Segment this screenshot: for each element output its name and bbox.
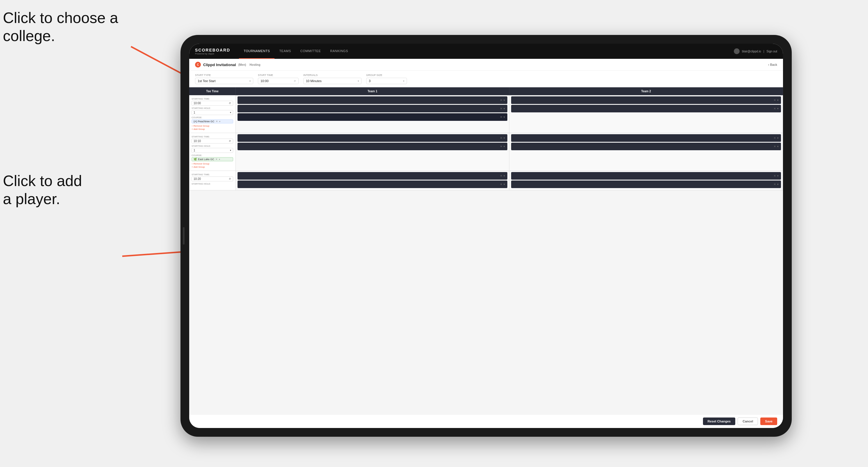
table-row: STARTING TIME: 10:10 ⏱ STARTING HOLE: 1 … [189,133,783,171]
control-intervals: Intervals 10 Minutes ▾ [303,74,362,84]
nav-user-email: blair@clippd.io [742,50,761,53]
starting-time-label-3: STARTING TIME: [191,173,233,176]
remove-course-icon[interactable]: ✕ [216,120,218,123]
player-chevron-icon[interactable]: ▾ [503,175,505,177]
starting-hole-input-1[interactable]: 1 ▾ [191,110,233,115]
nav-tab-tournaments[interactable]: TOURNAMENTS [239,44,275,59]
nav-tab-rankings[interactable]: RANKINGS [326,44,352,59]
player-slot[interactable]: ✕ ▾ [511,143,781,150]
group-size-input[interactable]: 3 ▾ [366,78,407,84]
intervals-label: Intervals [303,74,362,76]
tee-left-1: STARTING TIME: 10:00 ⏱ STARTING HOLE: 1 … [189,95,236,133]
controls-row: Start Type 1st Tee Start ▾ Start Time 10… [189,71,783,87]
player-slot[interactable]: ✕ ▾ [511,181,781,188]
player-chevron-icon[interactable]: ▾ [503,107,505,110]
col-tee-time: Tee Time [189,87,236,95]
player-chevron-icon[interactable]: ▾ [503,136,505,139]
player-x-icon[interactable]: ✕ [500,99,502,102]
player-slot[interactable]: ✕ ▾ [511,105,781,113]
sign-out-link[interactable]: Sign out [767,50,777,53]
chevron-down-icon-2: ▾ [358,80,359,83]
player-slot[interactable]: ✕ ▾ [238,181,507,188]
team2-cell-3: ✕ ▾ ✕ ▾ [509,171,783,190]
player-x-icon[interactable]: ✕ [500,116,502,119]
player-chevron-icon[interactable]: ▾ [503,99,505,102]
starting-time-label-1: STARTING TIME: [191,97,233,100]
start-type-input[interactable]: 1st Tee Start ▾ [195,78,253,84]
add-group-link-1[interactable]: + Add Group [191,128,233,130]
nav-separator: | [764,50,764,53]
annotation-top: Click to choose a college. [3,9,118,45]
player-chevron-icon[interactable]: ▾ [503,183,505,186]
player-chevron-icon[interactable]: ▾ [777,107,779,110]
course-label-1: COURSE: [191,116,233,119]
player-x-icon[interactable]: ✕ [774,183,776,186]
team2-cell-2: ✕ ▾ ✕ ▾ [509,133,783,170]
reset-changes-button[interactable]: Reset Changes [703,417,735,425]
col-team2: Team 2 [509,87,783,95]
course-tag-1[interactable]: (A) Peachtree GC ✕ ▾ [191,119,233,123]
chevron-course-icon: ▾ [219,120,220,123]
nav-logo: SCOREBOARD Powered by clippd [195,48,230,55]
starting-hole-label-1: STARTING HOLE: [191,107,233,110]
player-x-icon[interactable]: ✕ [500,175,502,177]
clippd-logo: C [195,62,201,67]
nav-tab-committee[interactable]: COMMITTEE [296,44,326,59]
player-slot[interactable]: ✕ ▾ [511,96,781,104]
player-slot[interactable]: ✕ ▾ [511,134,781,142]
player-slot-controls: ✕ ▾ [774,107,779,110]
remove-group-link-1[interactable]: ○ Remove Group [191,125,233,127]
intervals-input[interactable]: 10 Minutes ▾ [303,78,362,84]
player-chevron-icon[interactable]: ▾ [503,145,505,148]
player-x-icon[interactable]: ✕ [500,183,502,186]
add-group-link-2[interactable]: + Add Group [191,166,233,168]
back-button[interactable]: ‹ Back [768,63,777,66]
course-actions-1: ○ Remove Group + Add Group [191,125,233,130]
annotation-bottom: Click to add a player. [3,172,82,208]
player-x-icon[interactable]: ✕ [500,145,502,148]
player-slot-controls: ✕ ▾ [500,116,505,119]
starting-hole-label-3: STARTING HOLE: [191,183,233,185]
player-x-icon[interactable]: ✕ [774,145,776,148]
control-group-size: Group Size 3 ▾ [366,74,407,84]
player-slot[interactable]: ✕ ▾ [238,96,507,104]
player-chevron-icon[interactable]: ▾ [777,99,779,102]
nav-logo-title: SCOREBOARD [195,48,230,53]
remove-group-link-2[interactable]: ○ Remove Group [191,162,233,165]
course-tag-2[interactable]: 🌿 East Lake GC ✕ ▾ [191,157,233,161]
starting-time-input-3[interactable]: 10:20 ⏱ [191,177,233,181]
player-x-icon[interactable]: ✕ [500,136,502,139]
nav-tabs: TOURNAMENTS TEAMS COMMITTEE RANKINGS [239,44,734,59]
player-slot[interactable]: ✕ ▾ [238,134,507,142]
player-slot[interactable]: ✕ ▾ [238,143,507,150]
player-slot[interactable]: ✕ ▾ [238,105,507,113]
player-x-icon[interactable]: ✕ [774,107,776,110]
player-chevron-icon[interactable]: ▾ [777,145,779,148]
player-chevron-icon[interactable]: ▾ [503,116,505,119]
player-x-icon[interactable]: ✕ [774,136,776,139]
cancel-button[interactable]: Cancel [738,417,758,425]
team1-cell-2: ✕ ▾ ✕ ▾ [236,133,509,170]
starting-hole-input-2[interactable]: 1 ▾ [191,148,233,153]
remove-course-icon-2[interactable]: ✕ [215,158,218,161]
chevron-down-icon-3: ▾ [403,80,404,83]
player-slot[interactable]: ✕ ▾ [511,172,781,180]
tournament-title: C Clippd Invitational (Men) Hosting [195,62,260,67]
player-slot-controls: ✕ ▾ [500,99,505,102]
player-slot[interactable]: ✕ ▾ [238,172,507,180]
tablet-side-button [183,227,185,245]
player-chevron-icon[interactable]: ▾ [777,175,779,177]
nav-tab-teams[interactable]: TEAMS [275,44,296,59]
player-chevron-icon[interactable]: ▾ [777,183,779,186]
team2-cell-1: ✕ ▾ ✕ ▾ [509,95,783,133]
player-x-icon[interactable]: ✕ [500,107,502,110]
starting-time-input-2[interactable]: 10:10 ⏱ [191,138,233,144]
player-x-icon[interactable]: ✕ [774,175,776,177]
table-header: Tee Time Team 1 Team 2 [189,87,783,95]
player-x-icon[interactable]: ✕ [774,99,776,102]
player-chevron-icon[interactable]: ▾ [777,136,779,139]
start-time-input[interactable]: 10:00 ⏱ [258,78,299,84]
player-slot[interactable]: ✕ ▾ [238,113,507,121]
save-button[interactable]: Save [760,417,777,425]
starting-time-input-1[interactable]: 10:00 ⏱ [191,101,233,106]
